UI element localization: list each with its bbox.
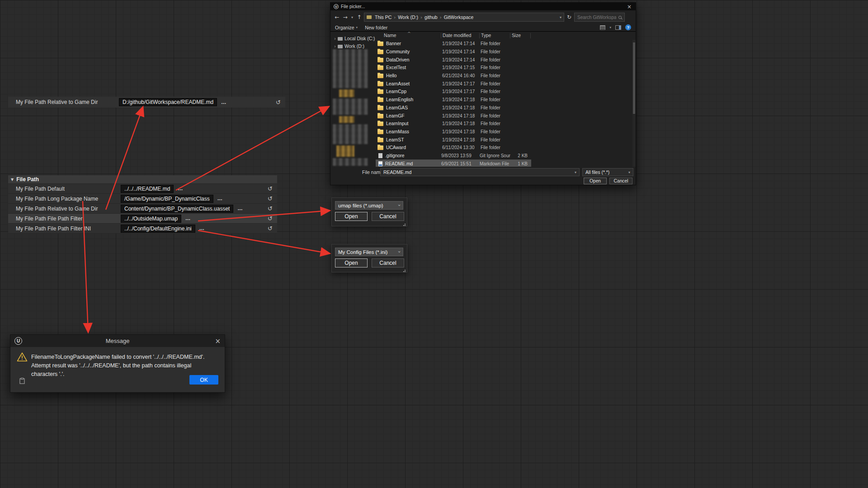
copy-to-clipboard-icon[interactable]	[19, 378, 25, 386]
column-divider[interactable]	[479, 33, 480, 38]
file-path-value-field[interactable]: ../../../README.md	[121, 185, 174, 193]
file-name: LearnEnglish	[386, 97, 442, 102]
file-path-value-field[interactable]: ../../Config/DefaultEngine.ini	[121, 225, 195, 233]
file-row[interactable]: LearnEnglish 1/19/2024 17:18 File folder	[376, 96, 531, 104]
file-name: Banner	[386, 41, 442, 46]
new-folder-button[interactable]: New folder	[365, 25, 387, 30]
column-divider[interactable]	[441, 33, 441, 38]
breadcrumb-item[interactable]: Work (D:) ›	[397, 14, 424, 20]
file-row[interactable]: LearnAsset 1/19/2024 17:17 File folder	[376, 80, 531, 88]
breadcrumb-item[interactable]: GitWorkspace ›	[443, 14, 475, 20]
help-icon[interactable]: ?	[625, 24, 631, 30]
chevron-down-icon[interactable]: ▾	[575, 170, 576, 174]
file-row[interactable]: Community 1/19/2024 17:14 File folder	[376, 48, 531, 56]
file-path-value-field[interactable]: ../../OutsideMap.umap	[121, 215, 181, 223]
file-path-value-field[interactable]: Content/Dynamic/BP_DynamicClass.uasset	[121, 205, 233, 213]
filter-value: My Config Files (*.ini)	[338, 249, 387, 255]
back-icon[interactable]: ←	[334, 14, 340, 20]
file-type-icon	[377, 114, 383, 118]
file-picker-dialog: U File picker... × ← → ▾ ↑ This PC › Wor…	[330, 2, 636, 185]
column-header-type[interactable]: Type	[481, 33, 491, 38]
reset-to-default-icon[interactable]: ↺	[268, 225, 273, 232]
browse-ellipsis-button[interactable]: …	[199, 225, 205, 231]
file-row[interactable]: DataDriven 1/19/2024 17:14 File folder	[376, 56, 531, 64]
file-row[interactable]: README.md 6/9/2021 15:51 Markdown File 1…	[376, 160, 531, 167]
file-row[interactable]: LearnST 1/19/2024 17:18 File folder	[376, 136, 531, 144]
scrollbar-thumb[interactable]	[633, 42, 635, 114]
preview-pane-icon[interactable]	[615, 25, 621, 30]
breadcrumb-item[interactable]: This PC ›	[374, 14, 397, 20]
reset-to-default-icon[interactable]: ↺	[268, 185, 273, 192]
browse-ellipsis-button[interactable]: …	[237, 206, 243, 211]
cancel-button[interactable]: Cancel	[372, 212, 404, 221]
file-name: LearnCpp	[386, 89, 442, 94]
forward-icon[interactable]: →	[342, 14, 349, 20]
view-dropdown-icon[interactable]: ▾	[609, 26, 611, 29]
file-row[interactable]: LearnCpp 1/19/2024 17:17 File folder	[376, 88, 531, 96]
refresh-icon[interactable]: ↻	[566, 14, 573, 20]
open-button[interactable]: Open	[584, 178, 607, 184]
cancel-button[interactable]: Cancel	[609, 178, 632, 184]
resize-grip[interactable]	[405, 224, 406, 225]
column-header-name[interactable]: Name	[384, 33, 396, 38]
reset-to-default-icon[interactable]: ↺	[268, 195, 273, 202]
open-button[interactable]: Open	[335, 258, 368, 267]
file-name: LearnMass	[386, 129, 442, 134]
list-view-icon[interactable]	[600, 25, 605, 30]
file-row[interactable]: UCAward 6/11/2024 13:30 File folder	[376, 144, 531, 152]
close-icon[interactable]: ×	[215, 337, 221, 345]
file-filter-dropdown[interactable]: umap files (*.umap) ›	[335, 201, 403, 210]
file-name: ExcelTest	[386, 65, 442, 70]
file-row[interactable]: ExcelTest 1/19/2024 17:15 File folder	[376, 64, 531, 72]
file-type-dropdown[interactable]: All files (*.*) ▾	[582, 168, 633, 176]
column-header-size[interactable]: Size	[512, 33, 521, 38]
close-icon[interactable]: ×	[626, 4, 632, 10]
resize-grip[interactable]	[405, 270, 406, 271]
file-picker-title: File picker...	[341, 4, 365, 9]
ok-button[interactable]: OK	[189, 375, 218, 385]
column-divider[interactable]	[510, 33, 510, 38]
browse-ellipsis-button[interactable]: …	[178, 186, 183, 192]
search-input[interactable]	[577, 15, 616, 20]
file-row[interactable]: .gitignore 9/8/2023 13:59 Git Ignore Sou…	[376, 152, 531, 160]
reset-to-default-icon[interactable]: ↺	[268, 205, 273, 212]
cancel-button[interactable]: Cancel	[372, 258, 404, 267]
file-type-icon	[377, 58, 383, 62]
toolbar-view-icons: ▾ ?	[600, 24, 631, 30]
chevron-right-icon: ›	[334, 36, 336, 41]
file-name: UCAward	[386, 145, 442, 150]
breadcrumb-item[interactable]: github ›	[424, 14, 443, 20]
redacted-block	[339, 116, 354, 123]
file-row[interactable]: LearnGF 1/19/2024 17:18 File folder	[376, 112, 531, 120]
message-titlebar: U Message ×	[10, 335, 225, 347]
browse-ellipsis-button[interactable]: …	[221, 99, 226, 105]
address-dropdown-icon[interactable]: ▾	[560, 15, 561, 19]
file-row[interactable]: Hello 6/21/2024 16:40 File folder	[376, 72, 531, 80]
file-name-input[interactable]	[383, 169, 564, 175]
recent-locations-dropdown-icon[interactable]: ▾	[350, 15, 354, 19]
chevron-down-icon: ▾	[356, 26, 358, 29]
section-header-file-path[interactable]: ▼ File Path	[8, 175, 277, 184]
browse-ellipsis-button[interactable]: …	[217, 196, 223, 202]
up-icon[interactable]: ↑	[356, 14, 363, 20]
file-row[interactable]: LearnGAS 1/19/2024 17:18 File folder	[376, 104, 531, 112]
file-path-value-field[interactable]: D:/github/GitWorkspace/README.md	[119, 98, 217, 106]
organize-button[interactable]: Organize ▾	[335, 25, 358, 30]
scrollbar-track[interactable]	[632, 40, 636, 167]
file-row[interactable]: LearnMass 1/19/2024 17:18 File folder	[376, 128, 531, 136]
tree-item-drive[interactable]: › Local Disk (C:)	[330, 35, 376, 42]
browse-ellipsis-button[interactable]: …	[185, 216, 191, 221]
property-row: My File Path File Path Filter INI ../../…	[8, 224, 277, 234]
file-date-modified: 1/19/2024 17:17	[442, 89, 481, 94]
file-row[interactable]: LearnInput 1/19/2024 17:18 File folder	[376, 120, 531, 128]
reset-to-default-icon[interactable]: ↺	[276, 99, 281, 106]
column-header-date[interactable]: Date modified	[443, 33, 472, 38]
redacted-block	[336, 145, 354, 157]
open-button[interactable]: Open	[335, 212, 368, 221]
reset-to-default-icon[interactable]: ↺	[268, 215, 273, 222]
file-filter-dropdown[interactable]: My Config Files (*.ini) ›	[335, 248, 403, 256]
breadcrumb-separator-icon: ›	[392, 15, 397, 20]
file-path-value-field[interactable]: /Game/Dynamic/BP_DynamicClass	[121, 195, 213, 203]
file-row[interactable]: Banner 1/19/2024 17:14 File folder	[376, 40, 531, 48]
column-divider[interactable]	[530, 33, 531, 38]
